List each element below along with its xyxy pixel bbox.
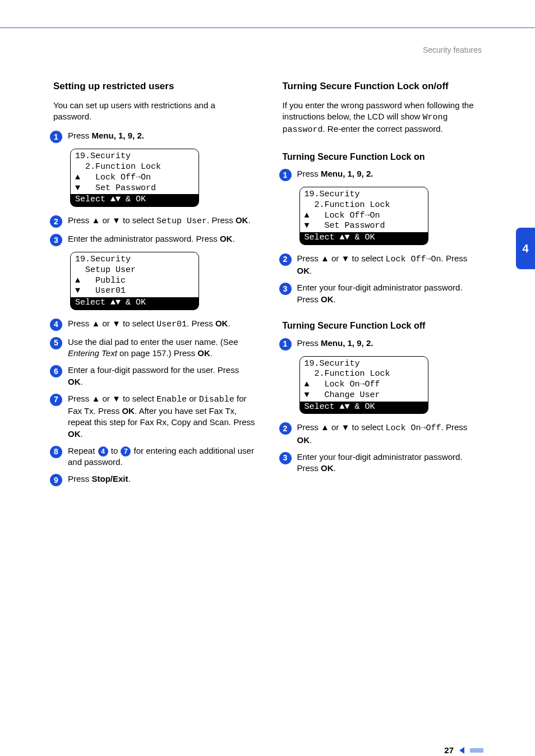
lcd2-line4: ▼ User01: [75, 286, 194, 297]
s5-b: on page 157.) Press: [117, 348, 197, 358]
s5-a: Use the dial pad to enter the user name.…: [68, 337, 238, 347]
s5-i: Entering Text: [68, 348, 117, 358]
heading-setting-up-restricted-users: Setting up restricted users: [53, 80, 256, 93]
on2-ok: OK: [297, 266, 310, 275]
on1-keys: , 1, 9, 2.: [343, 169, 373, 178]
s7-ok2: OK: [68, 429, 81, 439]
s6-ok: OK: [68, 377, 81, 386]
s2-mono: Setup User: [156, 216, 207, 226]
off2-a: Press ▲ or ▼ to select: [297, 422, 386, 432]
ri-b: . Re-enter the correct password.: [323, 124, 443, 133]
lcd2-line2: Setup User: [75, 265, 194, 276]
lcd1-line3: ▲ Lock Off→On: [75, 173, 194, 183]
off2-mono: Lock On→Off: [386, 423, 441, 433]
s8-b: to: [109, 446, 121, 455]
intro-text: You can set up users with restrictions a…: [53, 100, 256, 123]
lcdoff-l2: 2.Function Lock: [305, 369, 423, 380]
right-column: Turning Secure Function Lock on/off If y…: [283, 72, 485, 492]
subheading-lock-off: Turning Secure Function Lock off: [283, 320, 485, 332]
left-column: Setting up restricted users You can set …: [53, 72, 256, 492]
step-2: 2 Press ▲ or ▼ to select Setup User. Pre…: [50, 215, 256, 228]
s7-d: .: [81, 429, 83, 439]
s4-mono: User01: [156, 320, 187, 329]
lcd2-line5: Select ▲▼ & OK: [71, 297, 199, 310]
on2-a: Press ▲ or ▼ to select: [297, 253, 386, 263]
s3-ok: OK: [220, 234, 233, 243]
breadcrumb: Security features: [0, 28, 535, 56]
s7-ok: OK: [122, 406, 135, 416]
on-step-3: 3 Enter your four-digit administrator pa…: [279, 282, 485, 305]
step-badge-9: 9: [50, 474, 62, 486]
s7-mono2: Disable: [199, 395, 234, 404]
s9-b: .: [128, 474, 131, 483]
on-badge-2: 2: [279, 253, 292, 266]
off2-c: .: [310, 435, 312, 445]
step-6: 6 Enter a four-digit password for the us…: [50, 365, 256, 388]
page-number: 27: [444, 745, 454, 756]
s2-b: . Press: [207, 215, 236, 225]
on-step-1: 1 Press Menu, 1, 9, 2.: [279, 168, 485, 181]
step-3: 3 Enter the administrator password. Pres…: [50, 233, 256, 246]
menu-label: Menu: [92, 131, 114, 140]
s4-c: .: [228, 319, 230, 328]
off-step-2: 2 Press ▲ or ▼ to select Lock On→Off. Pr…: [279, 422, 485, 446]
inline-badge-7: 7: [121, 446, 131, 457]
lcdon-l2: 2.Function Lock: [305, 200, 423, 211]
lcd1-line2: 2.Function Lock: [75, 162, 194, 173]
step-1: 1 Press Menu, 1, 9, 2.: [50, 130, 256, 143]
lcd2-line3: ▲ Public: [75, 276, 194, 287]
off-step-1: 1 Press Menu, 1, 9, 2.: [279, 338, 485, 351]
lcd-display-1: 19.Security 2.Function Lock ▲ Lock Off→O…: [70, 149, 199, 207]
step-badge-4: 4: [50, 319, 62, 331]
on1-pre: Press: [297, 169, 321, 178]
s3-a: Enter the administrator password. Press: [68, 234, 220, 243]
inline-badge-4: 4: [98, 446, 108, 457]
lcdon-l3: ▲ Lock Off→On: [305, 211, 423, 222]
s4-a: Press ▲ or ▼ to select: [68, 319, 156, 328]
step-badge-2: 2: [50, 215, 62, 228]
footer-stripe-icon: [470, 748, 483, 753]
lcd-display-2: 19.Security Setup User ▲ Public ▼ User01…: [70, 252, 199, 310]
heading-secure-function-lock-onoff: Turning Secure Function Lock on/off: [283, 80, 485, 93]
lcd1-line1: 19.Security: [75, 151, 194, 162]
step-9: 9 Press Stop/Exit.: [50, 473, 256, 486]
lcd1-line5: Select ▲▼ & OK: [71, 194, 199, 206]
footer-triangle-icon: [459, 747, 464, 754]
off1-menu: Menu: [321, 338, 343, 348]
s2-ok: OK: [236, 215, 248, 225]
on2-b: . Press: [441, 253, 468, 263]
s5-c: .: [210, 348, 213, 358]
s2-c: .: [248, 215, 250, 225]
step1-pre: Press: [68, 131, 92, 140]
right-intro: If you enter the wrong password when fol…: [283, 100, 485, 136]
off1-pre: Press: [297, 338, 321, 348]
step-badge-8: 8: [50, 446, 62, 458]
on2-mono: Lock Off→On: [386, 255, 441, 264]
lcdon-l1: 19.Security: [305, 190, 423, 200]
lcdon-l5: Select ▲▼ & OK: [300, 232, 428, 245]
on-badge-3: 3: [279, 283, 292, 295]
s7-mono1: Enable: [156, 395, 187, 404]
off1-keys: , 1, 9, 2.: [343, 338, 373, 348]
lcd2-line1: 19.Security: [75, 255, 194, 265]
lcdoff-l4: ▼ Change User: [305, 390, 423, 401]
step-badge-3: 3: [50, 234, 62, 246]
off-badge-3: 3: [279, 452, 292, 464]
s5-ok: OK: [197, 348, 210, 358]
chapter-tab: 4: [516, 228, 535, 269]
off3-ok: OK: [321, 463, 334, 473]
page-footer: 27: [444, 745, 483, 756]
lcd1-line4: ▼ Set Password: [75, 183, 194, 194]
lcd-display-on: 19.Security 2.Function Lock ▲ Lock Off→O…: [299, 187, 428, 245]
on-badge-1: 1: [279, 169, 292, 181]
lcd-display-off: 19.Security 2.Function Lock ▲ Lock On→Of…: [299, 356, 428, 414]
s2-a: Press ▲ or ▼ to select: [68, 215, 156, 225]
lcdoff-l5: Select ▲▼ & OK: [300, 402, 428, 414]
s7-a: Press ▲ or ▼ to select: [68, 394, 156, 403]
step-5: 5 Use the dial pad to enter the user nam…: [50, 336, 256, 359]
step-badge-6: 6: [50, 365, 62, 377]
step-4: 4 Press ▲ or ▼ to select User01. Press O…: [50, 318, 256, 331]
step-7: 7 Press ▲ or ▼ to select Enable or Disab…: [50, 393, 256, 440]
on1-menu: Menu: [321, 169, 343, 178]
on-step-2: 2 Press ▲ or ▼ to select Lock Off→On. Pr…: [279, 253, 485, 277]
